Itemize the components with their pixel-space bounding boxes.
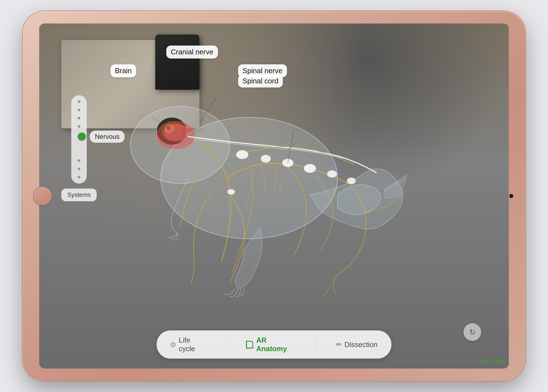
reset-button[interactable]: ↻ bbox=[463, 323, 481, 341]
ar-anatomy-icon bbox=[246, 341, 253, 349]
watermark: 想己导航网 bbox=[481, 359, 505, 365]
system-dot-5[interactable] bbox=[78, 159, 80, 162]
dissection-icon: ✏ bbox=[336, 341, 342, 348]
active-system-indicator bbox=[78, 133, 86, 141]
svg-point-8 bbox=[236, 150, 248, 159]
annotation-cranial-nerve[interactable]: Cranial nerve bbox=[166, 46, 218, 59]
home-button[interactable] bbox=[33, 187, 52, 205]
reset-icon: ↻ bbox=[469, 328, 476, 337]
tab-separator-2 bbox=[317, 340, 317, 349]
tab-separator-1 bbox=[226, 340, 227, 349]
systems-button[interactable]: Systems bbox=[61, 189, 97, 201]
tab-lifecycle[interactable]: ⊙ Life cycle bbox=[168, 334, 210, 355]
active-system-row[interactable]: Nervous bbox=[78, 131, 124, 143]
svg-point-11 bbox=[304, 164, 316, 173]
annotation-spinal-cord[interactable]: Spinal cord bbox=[238, 75, 283, 88]
ar-anatomy-label: AR Anatomy bbox=[256, 336, 297, 353]
lifecycle-label: Life cycle bbox=[179, 336, 207, 353]
svg-point-12 bbox=[327, 170, 337, 178]
frog-svg bbox=[94, 57, 426, 305]
system-dot-6[interactable] bbox=[78, 168, 80, 170]
system-dot-1[interactable] bbox=[78, 100, 80, 103]
svg-point-14 bbox=[227, 189, 235, 195]
systems-panel: Nervous Systems bbox=[61, 95, 97, 201]
system-dot-2[interactable] bbox=[78, 108, 80, 111]
system-dot-7[interactable] bbox=[78, 176, 80, 179]
annotation-brain[interactable]: Brain bbox=[110, 64, 136, 77]
svg-point-7 bbox=[164, 124, 188, 141]
lifecycle-icon: ⊙ bbox=[170, 341, 176, 348]
screen: Brain Cranial nerve Spinal nerve Spinal … bbox=[39, 23, 509, 369]
right-sensor bbox=[509, 194, 513, 198]
tab-bar: ⊙ Life cycle AR Anatomy ✏ Dissection bbox=[157, 330, 391, 359]
frog-ar-model[interactable] bbox=[94, 57, 426, 305]
dissection-label: Dissection bbox=[344, 340, 378, 349]
svg-point-13 bbox=[347, 178, 356, 184]
svg-point-9 bbox=[261, 155, 271, 163]
tab-ar-anatomy[interactable]: AR Anatomy bbox=[243, 334, 300, 355]
system-dot-3[interactable] bbox=[78, 117, 80, 120]
active-system-label[interactable]: Nervous bbox=[90, 131, 124, 143]
tab-dissection[interactable]: ✏ Dissection bbox=[333, 339, 380, 351]
tablet-device: Brain Cranial nerve Spinal nerve Spinal … bbox=[23, 11, 525, 381]
system-dot-4[interactable] bbox=[78, 125, 80, 128]
